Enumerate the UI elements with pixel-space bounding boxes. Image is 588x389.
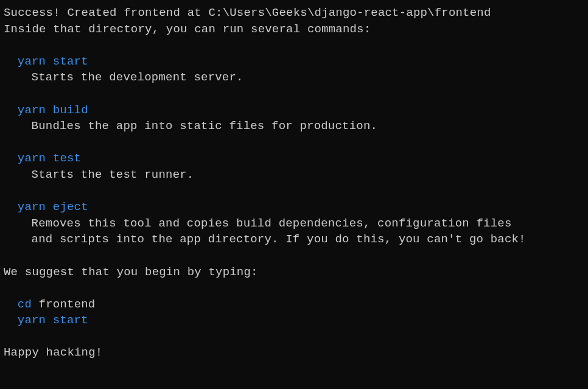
command-yarn-start-desc: Starts the development server. <box>4 69 584 86</box>
suggest-message: We suggest that you begin by typing: <box>4 264 584 281</box>
blank-line <box>4 280 584 296</box>
command-yarn-eject-desc-2: and scripts into the app directory. If y… <box>4 231 584 248</box>
command-yarn-build-desc: Bundles the app into static files for pr… <box>4 118 584 135</box>
cd-arg: frontend <box>32 298 95 311</box>
blank-line <box>4 135 584 151</box>
cd-command: cd frontend <box>4 296 584 313</box>
blank-line <box>4 86 584 102</box>
cd-keyword: cd <box>18 298 32 311</box>
command-yarn-eject: yarn eject <box>4 199 584 216</box>
command-yarn-eject-desc-1: Removes this tool and copies build depen… <box>4 216 584 232</box>
footer-message: Happy hacking! <box>4 345 584 361</box>
command-yarn-start: yarn start <box>4 54 584 70</box>
blank-line <box>4 329 584 345</box>
blank-line <box>4 248 584 264</box>
command-yarn-test-desc: Starts the test runner. <box>4 167 584 183</box>
intro-message: Inside that directory, you can run sever… <box>4 21 584 38</box>
blank-line <box>4 37 584 54</box>
blank-line <box>4 183 584 200</box>
yarn-start-suggestion: yarn start <box>4 312 584 329</box>
terminal-output: Success! Created frontend at C:\Users\Ge… <box>4 5 584 361</box>
success-message: Success! Created frontend at C:\Users\Ge… <box>4 5 584 21</box>
command-yarn-test: yarn test <box>4 150 584 167</box>
command-yarn-build: yarn build <box>4 102 584 119</box>
